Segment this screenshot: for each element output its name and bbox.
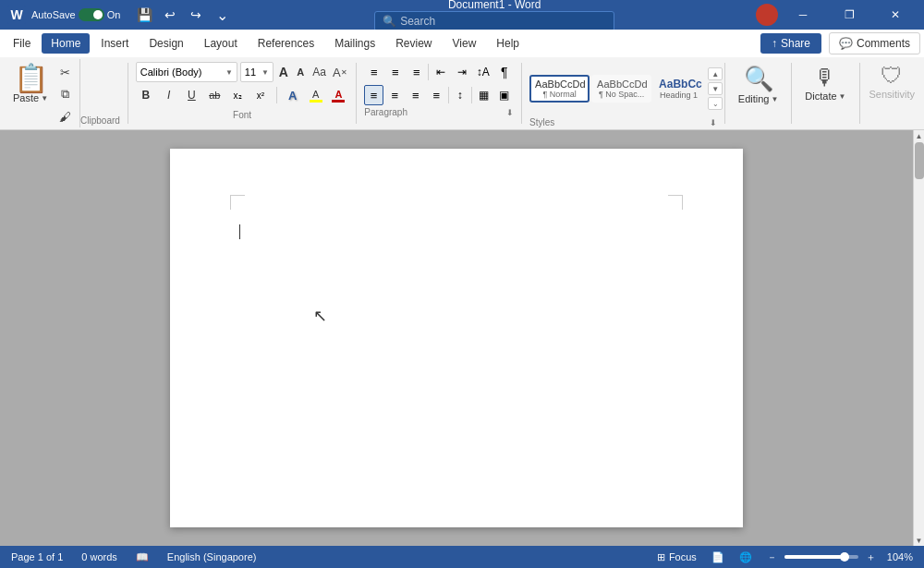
ribbon-toolbar: 📋 Paste ▼ ✂ ⧉ 🖌 Clipboard Calibri ( bbox=[0, 57, 924, 130]
undo-button[interactable]: ↩ bbox=[159, 4, 181, 26]
decrease-indent-button[interactable]: ⇤ bbox=[431, 62, 450, 82]
change-case-button[interactable]: Aa bbox=[310, 62, 328, 82]
search-input[interactable] bbox=[400, 15, 606, 28]
style-nospacing[interactable]: AaBbCcDd ¶ No Spac... bbox=[591, 75, 651, 103]
proofing-icon[interactable]: 📖 bbox=[132, 550, 152, 565]
font-family-dropdown: ▼ bbox=[225, 68, 233, 77]
menu-help[interactable]: Help bbox=[487, 33, 529, 54]
highlight-button[interactable]: A bbox=[306, 85, 326, 105]
menu-layout[interactable]: Layout bbox=[195, 33, 247, 54]
menu-home[interactable]: Home bbox=[42, 33, 90, 54]
user-avatar[interactable] bbox=[756, 4, 778, 26]
style-nospacing-text: AaBbCcDd bbox=[597, 79, 646, 90]
word-count[interactable]: 0 words bbox=[78, 550, 121, 564]
document-page[interactable]: ↖ bbox=[170, 149, 743, 527]
style-normal-sub: ¶ Normal bbox=[535, 90, 584, 99]
redo-button[interactable]: ↪ bbox=[185, 4, 207, 26]
increase-indent-button[interactable]: ⇥ bbox=[452, 62, 471, 82]
document-title: Document1 - Word bbox=[448, 0, 541, 11]
grow-font-button[interactable]: A bbox=[276, 64, 291, 80]
close-button[interactable]: ✕ bbox=[874, 0, 917, 30]
vertical-scrollbar[interactable]: ▲ ▼ bbox=[913, 130, 924, 546]
underline-button[interactable]: U bbox=[182, 85, 202, 105]
zoom-track[interactable] bbox=[784, 555, 858, 559]
zoom-out-button[interactable]: － bbox=[763, 549, 781, 566]
styles-scroll-down[interactable]: ▼ bbox=[708, 82, 723, 95]
paste-button[interactable]: 📋 Paste ▼ bbox=[9, 63, 52, 105]
menu-review[interactable]: Review bbox=[386, 33, 441, 54]
align-left-button[interactable]: ≡ bbox=[364, 85, 383, 105]
style-normal[interactable]: AaBbCcDd ¶ Normal bbox=[529, 75, 590, 103]
cut-button[interactable]: ✂ bbox=[55, 63, 74, 81]
copy-button[interactable]: ⧉ bbox=[55, 85, 74, 103]
view-mode-print[interactable]: 📄 bbox=[708, 550, 728, 565]
font-size-dropdown: ▼ bbox=[261, 68, 269, 77]
editing-icon: 🔍 bbox=[744, 65, 773, 93]
dictate-button[interactable]: 🎙 Dictate ▼ bbox=[801, 63, 849, 103]
menu-insert[interactable]: Insert bbox=[91, 33, 138, 54]
style-heading1[interactable]: AaBbCc Heading 1 bbox=[653, 74, 704, 103]
multilevel-button[interactable]: ≡ bbox=[407, 62, 426, 82]
justify-button[interactable]: ≡ bbox=[427, 85, 446, 105]
title-bar-right: ─ ❐ ✕ bbox=[756, 0, 917, 30]
search-bar[interactable]: 🔍 bbox=[374, 11, 614, 31]
strikethrough-button[interactable]: ab bbox=[204, 85, 225, 105]
show-formatting-button[interactable]: ¶ bbox=[494, 62, 514, 82]
font-size-selector[interactable]: 11 ▼ bbox=[240, 62, 274, 82]
zoom-in-button[interactable]: ＋ bbox=[862, 549, 880, 566]
menu-mailings[interactable]: Mailings bbox=[325, 33, 384, 54]
bold-button[interactable]: B bbox=[136, 85, 156, 105]
focus-button[interactable]: ⊞ Focus bbox=[653, 550, 700, 565]
borders-button[interactable]: ▣ bbox=[495, 85, 515, 105]
more-button[interactable]: ⌄ bbox=[211, 4, 233, 26]
comments-button[interactable]: 💬 Comments bbox=[829, 32, 920, 54]
scroll-thumb[interactable] bbox=[915, 142, 924, 179]
menu-references[interactable]: References bbox=[249, 33, 323, 54]
editing-button[interactable]: 🔍 Editing ▼ bbox=[735, 63, 783, 106]
styles-more[interactable]: ⌄ bbox=[708, 97, 723, 110]
line-spacing-button[interactable]: ↕ bbox=[451, 85, 470, 105]
font-family-selector[interactable]: Calibri (Body) ▼ bbox=[136, 62, 237, 82]
zoom-percent[interactable]: 104% bbox=[883, 550, 917, 564]
minimize-button[interactable]: ─ bbox=[782, 0, 824, 30]
sep3 bbox=[521, 63, 522, 124]
zoom-thumb[interactable] bbox=[840, 552, 849, 562]
align-right-button[interactable]: ≡ bbox=[407, 85, 426, 105]
font-color-button[interactable]: A bbox=[329, 85, 349, 105]
styles-launcher-icon[interactable]: ⬇ bbox=[710, 118, 717, 127]
autosave-toggle[interactable] bbox=[79, 8, 104, 21]
restore-button[interactable]: ❐ bbox=[828, 0, 870, 30]
paragraph-launcher-icon[interactable]: ⬇ bbox=[506, 108, 514, 117]
styles-scroll-up[interactable]: ▲ bbox=[708, 67, 723, 80]
share-icon: ↑ bbox=[772, 37, 777, 50]
menu-view[interactable]: View bbox=[444, 33, 486, 54]
menu-file[interactable]: File bbox=[4, 33, 40, 54]
style-heading1-sub: Heading 1 bbox=[659, 91, 699, 100]
format-painter-button[interactable]: 🖌 bbox=[55, 107, 74, 126]
sort-button[interactable]: ↕A bbox=[473, 62, 492, 82]
language-selector[interactable]: English (Singapore) bbox=[164, 550, 261, 564]
share-button[interactable]: ↑ Share bbox=[760, 33, 821, 54]
zoom-control[interactable]: － ＋ 104% bbox=[763, 549, 917, 566]
bullets-button[interactable]: ≡ bbox=[364, 62, 383, 82]
italic-button[interactable]: I bbox=[159, 85, 179, 105]
clear-formatting-button[interactable]: A✕ bbox=[331, 62, 348, 82]
align-center-button[interactable]: ≡ bbox=[385, 85, 405, 105]
superscript-button[interactable]: x² bbox=[250, 85, 271, 105]
doc-scroll[interactable]: ↖ bbox=[0, 130, 913, 546]
view-mode-web[interactable]: 🌐 bbox=[736, 550, 756, 565]
save-button[interactable]: 💾 bbox=[133, 4, 155, 26]
title-bar-center: Document1 - Word 🔍 bbox=[233, 0, 756, 31]
text-effects-button[interactable]: A bbox=[283, 85, 303, 105]
shrink-font-button[interactable]: A bbox=[294, 64, 309, 80]
paste-dropdown-icon[interactable]: ▼ bbox=[41, 94, 48, 103]
subscript-button[interactable]: x₂ bbox=[227, 85, 248, 105]
numbering-button[interactable]: ≡ bbox=[385, 62, 405, 82]
shading-button[interactable]: ▦ bbox=[474, 85, 493, 105]
page-info[interactable]: Page 1 of 1 bbox=[7, 550, 67, 564]
sensitivity-button[interactable]: 🛡 Sensitivity bbox=[869, 63, 915, 100]
menu-design[interactable]: Design bbox=[140, 33, 192, 54]
dictate-dropdown: ▼ bbox=[839, 92, 846, 101]
editing-dropdown: ▼ bbox=[771, 95, 778, 103]
menu-bar: File Home Insert Design Layout Reference… bbox=[0, 30, 924, 57]
